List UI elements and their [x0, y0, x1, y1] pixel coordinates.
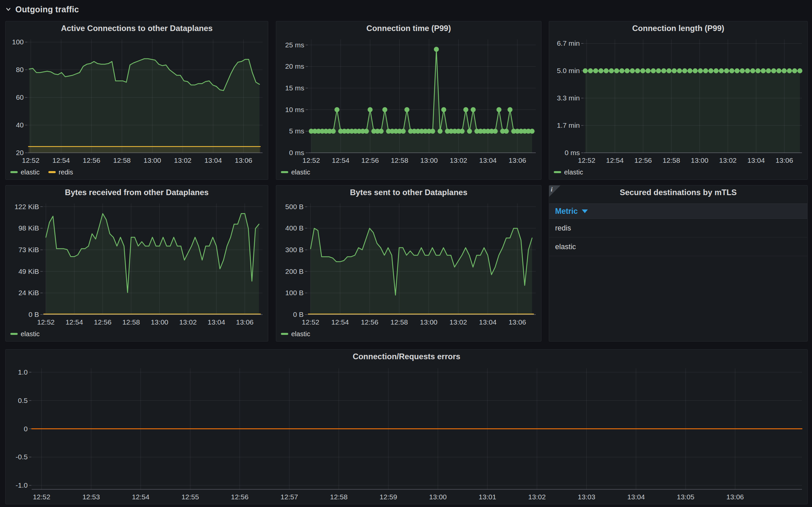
legend-label: redis — [59, 168, 73, 176]
svg-text:122 KiB: 122 KiB — [14, 203, 39, 211]
svg-text:0 ms: 0 ms — [289, 149, 304, 157]
legend: elastic — [10, 328, 265, 340]
chart-area: 2040608010012:5212:5412:5612:5813:0013:0… — [6, 35, 268, 166]
svg-text:13:00: 13:00 — [420, 157, 438, 164]
chart-area: 0 ms5 ms10 ms15 ms20 ms25 ms12:5212:5412… — [276, 35, 541, 166]
svg-text:13:00: 13:00 — [144, 157, 161, 164]
legend-item-elastic[interactable]: elastic — [281, 168, 310, 176]
errors-chart: -1.0-0.500.51.012:5212:5312:5412:5512:56… — [6, 363, 807, 503]
legend-item-redis[interactable]: redis — [48, 168, 73, 176]
svg-text:300 B: 300 B — [285, 246, 304, 253]
svg-text:1.0: 1.0 — [18, 368, 28, 376]
svg-text:6.7 min: 6.7 min — [557, 39, 580, 47]
svg-text:12:52: 12:52 — [302, 318, 320, 326]
panel-title[interactable]: Bytes received from other Dataplanes — [6, 185, 268, 199]
svg-text:5 ms: 5 ms — [289, 127, 304, 135]
legend-swatch — [48, 171, 56, 173]
panel-title[interactable]: Connection length (P99) — [549, 21, 807, 35]
legend: elastic — [281, 328, 538, 340]
panel-title[interactable]: Secured destinations by mTLS — [549, 185, 807, 199]
series-fills — [46, 214, 259, 315]
series-fills — [585, 71, 800, 153]
panel-title[interactable]: Bytes sent to other Dataplanes — [276, 185, 541, 199]
connection-time-chart: 0 ms5 ms10 ms15 ms20 ms25 ms12:5212:5412… — [276, 35, 541, 166]
table-cell-metric: elastic — [555, 242, 576, 251]
table-row[interactable]: redis — [549, 219, 807, 237]
svg-text:12:56: 12:56 — [83, 157, 100, 164]
svg-text:13:01: 13:01 — [479, 493, 496, 501]
panel-title[interactable]: Connection/Requests errors — [6, 349, 807, 363]
svg-text:12:56: 12:56 — [94, 318, 112, 326]
svg-text:12:54: 12:54 — [606, 157, 624, 164]
table-cell-metric: redis — [555, 224, 571, 232]
svg-text:24 KiB: 24 KiB — [18, 289, 39, 296]
svg-text:100: 100 — [12, 38, 24, 46]
legend-item-elastic[interactable]: elastic — [10, 168, 40, 176]
svg-text:12:52: 12:52 — [37, 318, 55, 326]
svg-text:12:54: 12:54 — [331, 318, 349, 326]
svg-text:13:02: 13:02 — [179, 318, 197, 326]
legend-item-elastic[interactable]: elastic — [10, 330, 40, 338]
svg-text:12:52: 12:52 — [22, 157, 40, 164]
svg-text:12:57: 12:57 — [281, 493, 298, 501]
svg-text:12:56: 12:56 — [361, 318, 379, 326]
svg-text:0: 0 — [24, 425, 28, 433]
svg-text:13:06: 13:06 — [776, 157, 793, 164]
panel-active-connections: Active Connections to other Dataplanes 2… — [5, 21, 268, 180]
panel-info-icon[interactable]: i — [549, 185, 560, 197]
table-header-metric[interactable]: Metric — [549, 204, 807, 219]
legend-swatch — [10, 333, 18, 335]
svg-text:400 B: 400 B — [285, 224, 304, 232]
svg-text:13:06: 13:06 — [509, 157, 527, 164]
panel-connection-time: Connection time (P99) 0 ms5 ms10 ms15 ms… — [276, 21, 541, 180]
panel-bytes-sent: Bytes sent to other Dataplanes 0 B100 B2… — [276, 185, 541, 342]
svg-text:13:06: 13:06 — [508, 318, 526, 326]
svg-text:0 B: 0 B — [29, 311, 39, 318]
chevron-down-icon — [5, 6, 12, 13]
svg-text:13:04: 13:04 — [205, 157, 222, 164]
svg-text:10 ms: 10 ms — [285, 106, 304, 113]
svg-text:13:04: 13:04 — [208, 318, 225, 326]
series-fills — [29, 59, 260, 153]
svg-text:80: 80 — [16, 66, 24, 73]
panel-title[interactable]: Connection time (P99) — [276, 21, 541, 35]
table-row[interactable]: elastic — [549, 237, 807, 256]
svg-text:12:54: 12:54 — [65, 318, 83, 326]
legend-item-elastic[interactable]: elastic — [554, 168, 583, 176]
svg-text:13:02: 13:02 — [528, 493, 546, 501]
panel-connection-requests-errors: Connection/Requests errors -1.0-0.500.51… — [5, 349, 808, 504]
svg-text:12:58: 12:58 — [662, 157, 680, 164]
legend-label: elastic — [21, 168, 40, 176]
chart-area: -1.0-0.500.51.012:5212:5312:5412:5512:56… — [6, 363, 807, 503]
legend-label: elastic — [564, 168, 583, 176]
svg-text:13:02: 13:02 — [450, 157, 468, 164]
svg-text:12:58: 12:58 — [391, 157, 408, 164]
svg-text:100 B: 100 B — [285, 289, 304, 296]
svg-text:12:56: 12:56 — [361, 157, 379, 164]
legend-swatch — [281, 333, 288, 335]
svg-text:12:54: 12:54 — [52, 157, 70, 164]
section-row-outgoing-traffic[interactable]: Outgoing traffic — [5, 3, 79, 15]
svg-text:12:56: 12:56 — [231, 493, 249, 501]
series-fills — [311, 49, 532, 153]
legend-swatch — [554, 171, 561, 173]
svg-text:200 B: 200 B — [285, 268, 304, 275]
svg-text:13:02: 13:02 — [174, 157, 192, 164]
svg-text:13:00: 13:00 — [429, 493, 447, 501]
svg-text:12:58: 12:58 — [330, 493, 347, 501]
section-title: Outgoing traffic — [15, 5, 79, 14]
legend: elasticredis — [10, 166, 265, 178]
svg-text:0 ms: 0 ms — [564, 149, 580, 157]
chart-area: 0 B100 B200 B300 B400 B500 B12:5212:5412… — [276, 199, 541, 328]
svg-text:12:56: 12:56 — [635, 157, 652, 164]
svg-text:13:03: 13:03 — [578, 493, 595, 501]
svg-text:13:04: 13:04 — [627, 493, 645, 501]
svg-text:12:58: 12:58 — [390, 318, 408, 326]
svg-text:98 KiB: 98 KiB — [18, 224, 39, 232]
axes: -1.0-0.500.51.012:5212:5312:5412:5512:56… — [16, 368, 802, 501]
legend-item-elastic[interactable]: elastic — [281, 330, 310, 338]
panel-title[interactable]: Active Connections to other Dataplanes — [6, 21, 268, 35]
legend-swatch — [10, 171, 18, 173]
svg-text:40: 40 — [16, 121, 24, 129]
svg-text:13:02: 13:02 — [449, 318, 467, 326]
